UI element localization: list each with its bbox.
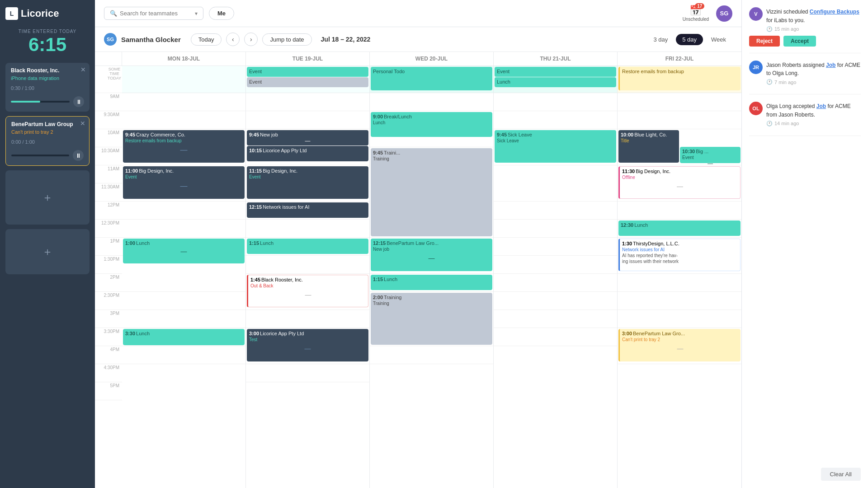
fri-event-bigdesign-offline[interactable]: 11:30Big Design, Inc. Offline — bbox=[618, 166, 741, 199]
next-button[interactable]: › bbox=[244, 33, 258, 46]
wed-event-lunch[interactable]: 1:15Lunch bbox=[371, 275, 492, 290]
view-5day[interactable]: 5 day bbox=[676, 34, 703, 45]
fri-event-benepartum[interactable]: 3:00BenePartum Law Gro... Can't print to… bbox=[618, 329, 741, 361]
app-name: Licorice bbox=[21, 8, 59, 19]
mon-event-lunch2[interactable]: 3:30Lunch bbox=[123, 329, 245, 345]
wed-event-personal-todo[interactable]: Personal Todo bbox=[371, 67, 492, 90]
today-button[interactable]: Today bbox=[191, 33, 222, 46]
fri-1230pm: 12:30Lunch bbox=[618, 220, 741, 238]
calendar-days-header: MON 18-JUL TUE 19-JUL WED 20-JUL THU 21-… bbox=[95, 52, 741, 66]
notif-1-link[interactable]: Configure Backups bbox=[810, 9, 859, 15]
day-header-tue: TUE 19-JUL bbox=[246, 52, 370, 66]
search-input[interactable] bbox=[120, 10, 192, 17]
tue-event-network[interactable]: 12:15Network issues for AI bbox=[247, 202, 368, 218]
user-avatar[interactable]: SG bbox=[716, 5, 732, 22]
thu-event-sickleave[interactable]: 9:45Sick Leave Sick Leave bbox=[495, 130, 616, 163]
fri-event-lunch[interactable]: 12:30Lunch bbox=[618, 221, 741, 236]
close-card-2[interactable]: ✕ bbox=[80, 120, 85, 127]
jump-to-date-button[interactable]: Jump to date bbox=[262, 33, 311, 46]
add-card-2[interactable]: ＋ bbox=[5, 229, 90, 274]
view-3day[interactable]: 3 day bbox=[647, 34, 674, 45]
tue-10am: 9:45New job — 10:15Licorice App Pty Ltd bbox=[246, 129, 369, 165]
tue-1pm: 1:15Lunch bbox=[246, 238, 369, 256]
thu-2pm bbox=[494, 274, 617, 292]
fri-9am bbox=[618, 93, 741, 111]
thu-event-lunch-top[interactable]: Lunch bbox=[495, 77, 616, 87]
day-col-tue: Event Event 9:45New job — 10:15Licorice … bbox=[246, 66, 370, 488]
prev-button[interactable]: ‹ bbox=[226, 33, 240, 46]
thu-930am bbox=[494, 111, 617, 129]
tue-event-blackrooster[interactable]: 1:45Black Rooster, Inc. Out & Back — bbox=[247, 275, 368, 307]
view-week[interactable]: Week bbox=[705, 34, 732, 45]
time-slot-1130am: 11:30AM bbox=[95, 183, 122, 202]
tue-event-newjob[interactable]: 9:45New job — bbox=[247, 130, 368, 145]
mon-1pm: 1:00Lunch — bbox=[122, 238, 245, 256]
mon-130pm bbox=[122, 256, 245, 274]
notif-1-actions: Reject Accept bbox=[749, 36, 861, 47]
card1-progress-bg bbox=[11, 101, 70, 103]
tue-event-bigdesign[interactable]: 11:15Big Design, Inc. Event bbox=[247, 166, 368, 199]
time-slot-12pm: 12PM bbox=[95, 202, 122, 220]
unscheduled-button[interactable]: 📅 17 Unscheduled bbox=[683, 5, 709, 22]
tue-12pm: 12:15Network issues for AI bbox=[246, 202, 369, 220]
time-slot-1pm: 1PM bbox=[95, 238, 122, 256]
me-button[interactable]: Me bbox=[209, 7, 234, 20]
date-range: Jul 18 – 22, 2022 bbox=[321, 36, 371, 43]
day-header-mon: MON 18-JUL bbox=[122, 52, 246, 66]
time-slot-130pm: 1:30PM bbox=[95, 256, 122, 274]
add-card-1[interactable]: ＋ bbox=[5, 170, 90, 225]
topnav-right: 📅 17 Unscheduled SG bbox=[683, 5, 732, 22]
day-header-wed: WED 20-JUL bbox=[370, 52, 494, 66]
thu-4pm bbox=[494, 346, 617, 364]
tue-event-2[interactable]: Event bbox=[247, 77, 368, 87]
thu-some-time: Event Lunch bbox=[494, 66, 617, 93]
wed-3pm bbox=[370, 346, 493, 364]
tue-event-lunch[interactable]: 1:15Lunch bbox=[247, 239, 368, 254]
wed-330pm bbox=[370, 364, 493, 382]
day-col-fri: Restore emails from backup 10:00Blue Lig… bbox=[618, 66, 741, 488]
thu-event-1[interactable]: Event bbox=[495, 67, 616, 77]
tue-event-licorice[interactable]: 10:15Licorice App Pty Ltd bbox=[247, 146, 368, 161]
fri-event-thirstydesign[interactable]: 1:30ThirstyDesign, L.L.C. Network issues… bbox=[618, 239, 741, 271]
reject-button[interactable]: Reject bbox=[749, 36, 780, 47]
notif-3-avatar: OL bbox=[749, 102, 763, 115]
accept-button[interactable]: Accept bbox=[783, 36, 816, 47]
mon-430pm bbox=[122, 364, 245, 382]
fri-event-bluelight[interactable]: 10:00Blue Light, Co. Title bbox=[618, 130, 679, 163]
view-buttons: 3 day 5 day Week bbox=[647, 34, 732, 45]
wed-9am bbox=[370, 93, 493, 111]
fri-event-big-event[interactable]: 10:30Big ... Event — bbox=[680, 147, 741, 163]
fri-330pm bbox=[618, 364, 741, 382]
mon-event-big-design[interactable]: 11:00Big Design, Inc. Event — bbox=[123, 166, 245, 199]
time-slot-11am: 11AM bbox=[95, 165, 122, 183]
time-col-header bbox=[95, 52, 122, 66]
calendar-header: SG Samantha Glocker Today ‹ › Jump to da… bbox=[95, 27, 741, 52]
clear-all-button[interactable]: Clear All bbox=[821, 468, 861, 481]
tue-some-time: Event Event bbox=[246, 66, 369, 93]
notif-2-link[interactable]: Job bbox=[826, 62, 835, 68]
card2-pause-btn[interactable]: ⏸ bbox=[73, 150, 84, 161]
notif-3-time: 🕐 14 min ago bbox=[766, 121, 861, 127]
tue-event-1[interactable]: Event bbox=[247, 67, 368, 77]
clock-icon-2: 🕐 bbox=[766, 79, 773, 85]
time-slot-330pm: 3:30PM bbox=[95, 328, 122, 346]
fri-event-restore[interactable]: Restore emails from backup bbox=[618, 67, 741, 90]
search-box[interactable]: 🔍 ▾ bbox=[104, 7, 203, 20]
thu-230pm bbox=[494, 292, 617, 310]
tue-event-licorice2[interactable]: 3:00Licorice App Pty Ltd Test — bbox=[247, 329, 368, 361]
mon-10am: 9:45Crazy Commerce, Co. Restore emails f… bbox=[122, 129, 245, 165]
wed-event-training2[interactable]: 2:00Training Training bbox=[371, 293, 492, 345]
notification-3: OL Olga Long accepted Job for ACME from … bbox=[749, 102, 861, 136]
add-icon-1: ＋ bbox=[42, 190, 53, 205]
close-card-1[interactable]: ✕ bbox=[80, 66, 86, 73]
right-panel: V Vizzini scheduled Configure Backups fo… bbox=[741, 0, 868, 488]
card2-title: BenePartum Law Group bbox=[11, 121, 84, 127]
time-slot-230pm: 2:30PM bbox=[95, 292, 122, 310]
time-slot-2pm: 2PM bbox=[95, 274, 122, 292]
notif-3-link[interactable]: Job bbox=[816, 103, 826, 109]
wed-event-training[interactable]: 9:45Traini... Training bbox=[371, 148, 492, 236]
mon-event-crazy-commerce[interactable]: 9:45Crazy Commerce, Co. Restore emails f… bbox=[123, 130, 245, 163]
wed-event-benepartum[interactable]: 12:15BenePartum Law Gro... New job — bbox=[371, 239, 492, 271]
fri-2pm bbox=[618, 292, 741, 310]
card1-pause-btn[interactable]: ⏸ bbox=[73, 96, 84, 107]
